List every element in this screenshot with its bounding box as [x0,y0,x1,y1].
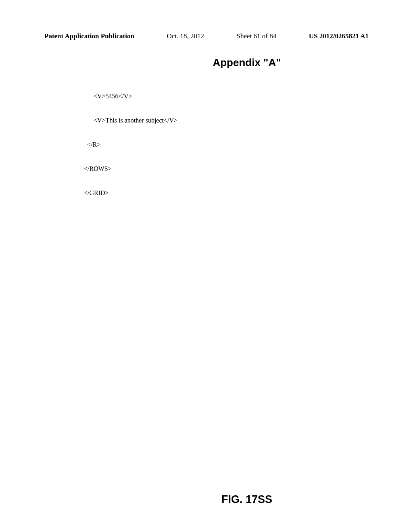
figure-label: FIG. 17SS [81,493,413,506]
code-snippet: <V>5456</V> <V>This is another subject</… [81,76,369,213]
publication-number: US 2012/0265821 A1 [309,32,369,40]
publication-date: Oct. 18, 2012 [167,32,204,40]
code-line: </GRID> [81,189,369,197]
page-header: Patent Application Publication Oct. 18, … [44,32,369,40]
code-line: </R> [81,141,369,149]
sheet-info: Sheet 61 of 84 [237,32,277,40]
code-line: <V>5456</V> [81,92,369,100]
publication-type: Patent Application Publication [44,32,134,40]
appendix-title: Appendix "A" [125,56,369,69]
code-line: <V>This is another subject</V> [81,116,369,125]
patent-page: Patent Application Publication Oct. 18, … [0,0,413,532]
code-line: </ROWS> [81,165,369,173]
